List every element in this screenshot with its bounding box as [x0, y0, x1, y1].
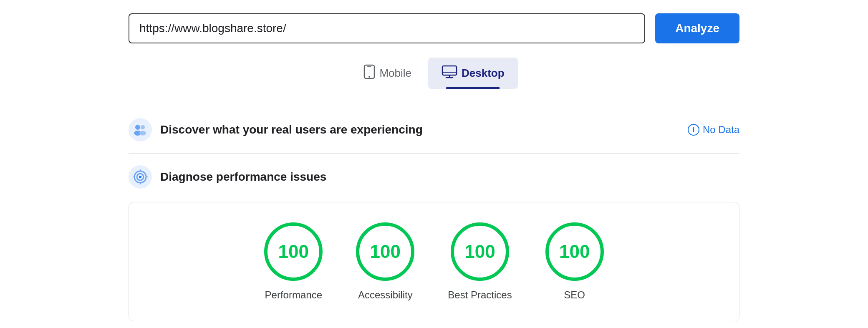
- svg-point-9: [141, 125, 145, 129]
- score-circle-best-practices: 100: [451, 222, 509, 281]
- users-icon: [129, 118, 152, 141]
- no-data-link[interactable]: i No Data: [688, 124, 739, 136]
- score-value-accessibility: 100: [370, 241, 401, 262]
- svg-point-7: [129, 118, 152, 141]
- real-users-section: Discover what your real users are experi…: [129, 106, 739, 154]
- svg-point-11: [139, 131, 146, 136]
- url-bar-row: Analyze: [129, 13, 739, 43]
- score-label-seo: SEO: [564, 289, 585, 301]
- tab-mobile-label: Mobile: [379, 67, 411, 80]
- no-data-label: No Data: [703, 124, 739, 136]
- score-circle-performance: 100: [264, 222, 323, 281]
- tab-desktop[interactable]: Desktop: [428, 58, 518, 89]
- score-item-performance: 100 Performance: [264, 222, 323, 301]
- score-value-seo: 100: [559, 241, 590, 262]
- tab-mobile[interactable]: Mobile: [350, 57, 425, 90]
- score-label-accessibility: Accessibility: [358, 289, 413, 301]
- score-label-best-practices: Best Practices: [448, 289, 512, 301]
- analyze-button[interactable]: Analyze: [655, 13, 739, 43]
- tab-desktop-label: Desktop: [462, 67, 505, 80]
- info-icon: i: [688, 124, 699, 136]
- desktop-icon: [442, 65, 457, 81]
- score-item-best-practices: 100 Best Practices: [448, 222, 512, 301]
- svg-point-15: [139, 176, 141, 178]
- page-wrapper: Analyze Mobile: [108, 0, 760, 328]
- scores-card: 100 Performance 100 Accessibility 100 Be…: [129, 202, 739, 321]
- diagnose-title: Diagnose performance issues: [160, 170, 739, 184]
- svg-rect-3: [442, 66, 457, 75]
- real-users-title: Discover what your real users are experi…: [160, 123, 679, 136]
- score-circle-accessibility: 100: [356, 222, 414, 281]
- url-input[interactable]: [129, 13, 645, 43]
- score-value-performance: 100: [278, 241, 309, 262]
- tab-row: Mobile Desktop: [129, 57, 739, 90]
- score-item-seo: 100 SEO: [545, 222, 604, 301]
- score-label-performance: Performance: [265, 289, 322, 301]
- score-item-accessibility: 100 Accessibility: [356, 222, 414, 301]
- score-circle-seo: 100: [545, 222, 604, 281]
- svg-point-8: [135, 125, 140, 130]
- score-value-best-practices: 100: [464, 241, 495, 262]
- svg-point-1: [368, 76, 370, 78]
- target-icon: [129, 165, 152, 189]
- diagnose-section: Diagnose performance issues: [129, 154, 739, 199]
- mobile-icon: [363, 64, 375, 82]
